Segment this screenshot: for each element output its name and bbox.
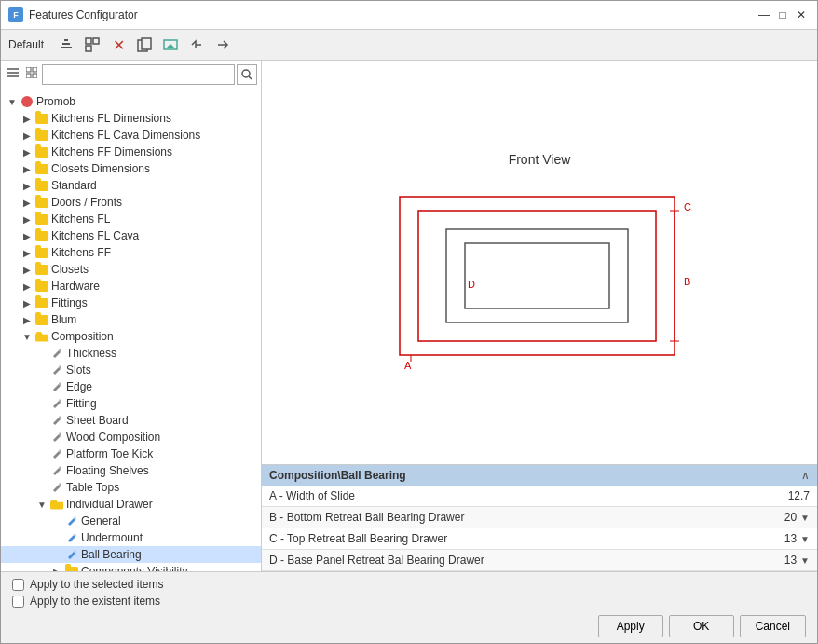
collapse-icon: ∧ [801, 469, 810, 482]
tree-icon-kitchens-fl-cava [34, 129, 49, 142]
tree-item-kitchens-fl[interactable]: ▶Kitchens FL [1, 211, 261, 227]
close-button[interactable]: ✕ [793, 7, 810, 23]
ok-button[interactable]: OK [669, 615, 734, 637]
expand-btn-components-vis[interactable]: ▶ [49, 564, 64, 571]
expand-btn-hardware[interactable]: ▶ [20, 279, 34, 294]
diagram-title: Front View [509, 152, 571, 167]
prop-value: 13 [784, 532, 797, 545]
tree-item-kitchens-fl-dim[interactable]: ▶Kitchens FL Dimensions [1, 110, 261, 127]
tree-label-components-vis: Components Visibility [81, 565, 188, 571]
tree-item-table-tops[interactable]: ▶Table Tops [1, 479, 261, 496]
window-title: Features Configurator [29, 8, 138, 21]
minimize-button[interactable]: — [756, 7, 772, 23]
tree-item-platform-toe[interactable]: ▶Platform Toe Kick [1, 445, 261, 462]
toolbar-btn-6[interactable] [185, 34, 208, 56]
tree-item-floating-shelves[interactable]: ▶Floating Shelves [1, 462, 261, 479]
tree-item-standard[interactable]: ▶Standard [1, 177, 261, 194]
props-row: B - Bottom Retreat Ball Bearing Drawer20… [262, 507, 817, 528]
prop-value-container: 13▼ [658, 532, 810, 545]
dropdown-arrow-icon[interactable]: ▼ [800, 534, 810, 544]
search-input[interactable] [42, 64, 235, 85]
tree-icon-wood-composition [49, 431, 64, 444]
tree-item-components-vis[interactable]: ▶Components Visibility [1, 563, 261, 571]
pen-icon [51, 482, 62, 493]
toolbar-btn-5[interactable] [159, 34, 182, 56]
expand-btn-blum[interactable]: ▶ [20, 312, 34, 327]
tree-item-wood-composition[interactable]: ▶Wood Composition [1, 429, 261, 445]
tree-item-kitchens-fl-cava[interactable]: ▶Kitchens FL Cava Dimensions [1, 127, 261, 144]
props-header[interactable]: Composition\Ball Bearing ∧ [262, 465, 817, 486]
tree-item-composition[interactable]: ▼Composition [1, 328, 261, 345]
tree-label-kitchens-ff: Kitchens FF [51, 246, 111, 259]
expand-btn-kitchens-fl-dim[interactable]: ▶ [20, 111, 34, 126]
tree-item-kitchens-ff-dim[interactable]: ▶Kitchens FF Dimensions [1, 144, 261, 160]
expand-btn-kitchens-fl[interactable]: ▶ [20, 212, 34, 226]
tree-list-btn[interactable] [5, 64, 21, 81]
tree-icon-sheet-board [49, 414, 64, 427]
tree-item-doors-fronts[interactable]: ▶Doors / Fronts [1, 194, 261, 211]
maximize-button[interactable]: □ [774, 7, 791, 23]
tree-container: ▼Promob▶Kitchens FL Dimensions▶Kitchens … [1, 89, 261, 571]
apply-selected-checkbox[interactable] [12, 579, 24, 591]
tree-icon-kitchens-ff [34, 246, 49, 259]
tree-item-hardware[interactable]: ▶Hardware [1, 278, 261, 295]
toolbar-btn-2[interactable] [81, 34, 103, 56]
tree-item-undermount[interactable]: ▶Undermount [1, 529, 261, 546]
tree-item-blum[interactable]: ▶Blum [1, 311, 261, 328]
tree-item-edge[interactable]: ▶Edge [1, 378, 261, 395]
tree-item-ball-bearing[interactable]: ▶Ball Bearing [1, 546, 261, 563]
expand-btn-doors-fronts[interactable]: ▶ [20, 195, 34, 210]
expand-btn-closets[interactable]: ▶ [20, 262, 34, 277]
tree-label-kitchens-fl-cava2: Kitchens FL Cava [51, 229, 139, 242]
tree-icon-individual-drawer [49, 498, 64, 511]
tree-item-slots[interactable]: ▶Slots [1, 362, 261, 378]
label-d: D [468, 279, 475, 290]
dropdown-arrow-icon[interactable]: ▼ [800, 555, 810, 566]
right-panel: Front View A B [262, 61, 817, 571]
prop-value: 13 [784, 554, 797, 567]
pen-icon [51, 448, 62, 459]
apply-existent-checkbox[interactable] [12, 596, 24, 608]
apply-button[interactable]: Apply [598, 615, 663, 637]
toolbar-btn-4[interactable] [133, 34, 156, 56]
expand-btn-kitchens-fl-cava2[interactable]: ▶ [20, 228, 34, 243]
search-button[interactable] [237, 64, 257, 85]
expand-btn-fittings[interactable]: ▶ [20, 295, 34, 310]
tree-item-fittings[interactable]: ▶Fittings [1, 295, 261, 311]
default-label: Default [8, 38, 44, 51]
tree-item-kitchens-ff[interactable]: ▶Kitchens FF [1, 244, 261, 261]
tree-grid-btn[interactable] [23, 64, 40, 81]
cancel-button[interactable]: Cancel [740, 615, 806, 637]
expand-btn-promob[interactable]: ▼ [5, 94, 20, 109]
folder-open-icon [35, 332, 48, 342]
tree-item-promob[interactable]: ▼Promob [1, 93, 261, 110]
expand-btn-kitchens-ff[interactable]: ▶ [20, 245, 34, 260]
toolbar-delete-btn[interactable]: ✕ [107, 34, 130, 56]
tree-item-closets-dim[interactable]: ▶Closets Dimensions [1, 160, 261, 177]
tree-item-sheet-board[interactable]: ▶Sheet Board [1, 412, 261, 429]
tree-item-general[interactable]: ▶General [1, 513, 261, 529]
toolbar-btn-7[interactable] [211, 34, 234, 56]
dropdown-arrow-icon[interactable]: ▼ [800, 513, 810, 523]
expand-btn-kitchens-fl-cava[interactable]: ▶ [20, 128, 34, 143]
tree-item-kitchens-fl-cava2[interactable]: ▶Kitchens FL Cava [1, 227, 261, 244]
tree-item-fitting[interactable]: ▶Fitting [1, 395, 261, 412]
tree-icon-ball-bearing [64, 548, 79, 561]
expand-btn-standard[interactable]: ▶ [20, 178, 34, 193]
bottom-bar: Apply to the selected items Apply to the… [1, 571, 817, 643]
tree-item-closets[interactable]: ▶Closets [1, 261, 261, 278]
folder-icon [35, 181, 48, 191]
apply-selected-label: Apply to the selected items [30, 578, 163, 591]
expand-btn-kitchens-ff-dim[interactable]: ▶ [20, 144, 34, 159]
tree-toolbar [1, 61, 261, 89]
tree-label-composition: Composition [51, 330, 114, 343]
tree-item-thickness[interactable]: ▶Thickness [1, 345, 261, 362]
toolbar-btn-1[interactable] [55, 34, 77, 56]
tree-item-individual-drawer[interactable]: ▼Individual Drawer [1, 496, 261, 513]
folder-icon [35, 214, 48, 225]
expand-btn-closets-dim[interactable]: ▶ [20, 161, 34, 176]
expand-btn-individual-drawer[interactable]: ▼ [34, 497, 49, 512]
expand-btn-composition[interactable]: ▼ [20, 329, 34, 344]
svg-rect-7 [142, 38, 151, 49]
props-title: Composition\Ball Bearing [269, 469, 406, 482]
